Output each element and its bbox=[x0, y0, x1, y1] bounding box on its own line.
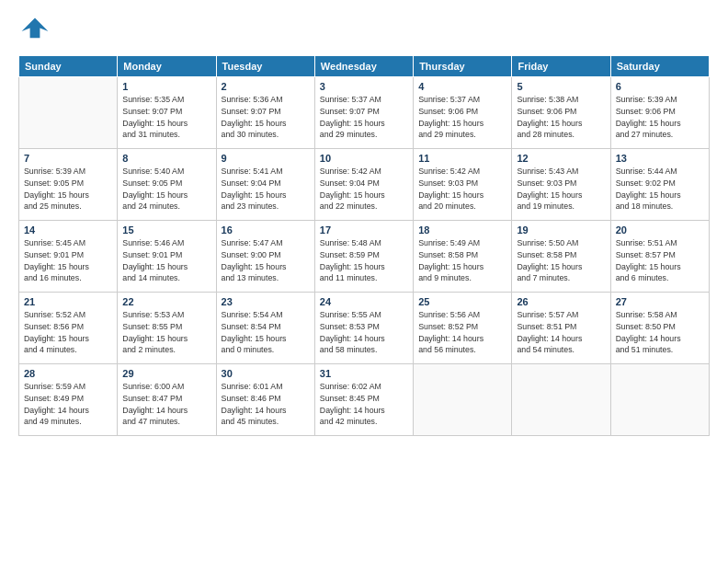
calendar-cell: 24Sunrise: 5:55 AMSunset: 8:53 PMDayligh… bbox=[314, 293, 413, 364]
calendar-week-row: 1Sunrise: 5:35 AMSunset: 9:07 PMDaylight… bbox=[19, 77, 710, 149]
calendar-week-row: 14Sunrise: 5:45 AMSunset: 9:01 PMDayligh… bbox=[19, 221, 710, 293]
day-info: Sunrise: 5:39 AMSunset: 9:05 PMDaylight:… bbox=[24, 166, 112, 213]
calendar-cell: 19Sunrise: 5:50 AMSunset: 8:58 PMDayligh… bbox=[512, 221, 610, 293]
day-info: Sunrise: 5:46 AMSunset: 9:01 PMDaylight:… bbox=[122, 237, 210, 284]
day-info: Sunrise: 6:01 AMSunset: 8:46 PMDaylight:… bbox=[222, 381, 310, 428]
day-info: Sunrise: 5:55 AMSunset: 8:53 PMDaylight:… bbox=[320, 309, 408, 356]
calendar-week-row: 21Sunrise: 5:52 AMSunset: 8:56 PMDayligh… bbox=[19, 293, 710, 364]
day-info: Sunrise: 5:44 AMSunset: 9:02 PMDaylight:… bbox=[616, 166, 704, 213]
calendar-cell: 10Sunrise: 5:42 AMSunset: 9:04 PMDayligh… bbox=[314, 149, 413, 221]
calendar-table: SundayMondayTuesdayWednesdayThursdayFrid… bbox=[18, 55, 710, 436]
day-number: 29 bbox=[122, 368, 210, 379]
day-number: 12 bbox=[517, 153, 605, 164]
day-number: 6 bbox=[616, 81, 704, 92]
calendar-cell: 26Sunrise: 5:57 AMSunset: 8:51 PMDayligh… bbox=[512, 293, 610, 364]
calendar-cell: 22Sunrise: 5:53 AMSunset: 8:55 PMDayligh… bbox=[118, 293, 216, 364]
day-number: 26 bbox=[517, 296, 605, 307]
day-number: 28 bbox=[24, 368, 112, 379]
day-info: Sunrise: 5:38 AMSunset: 9:06 PMDaylight:… bbox=[517, 94, 605, 141]
day-number: 25 bbox=[418, 296, 506, 307]
day-info: Sunrise: 5:52 AMSunset: 8:56 PMDaylight:… bbox=[24, 309, 112, 356]
calendar-cell bbox=[512, 364, 610, 436]
day-number: 15 bbox=[122, 224, 210, 236]
day-info: Sunrise: 5:51 AMSunset: 8:57 PMDaylight:… bbox=[616, 237, 704, 284]
day-number: 10 bbox=[320, 153, 408, 164]
day-number: 27 bbox=[616, 296, 704, 307]
day-info: Sunrise: 5:41 AMSunset: 9:04 PMDaylight:… bbox=[222, 166, 310, 213]
logo-icon bbox=[18, 15, 51, 48]
calendar-cell bbox=[414, 364, 512, 436]
day-info: Sunrise: 5:49 AMSunset: 8:58 PMDaylight:… bbox=[418, 237, 506, 284]
calendar-cell bbox=[19, 77, 118, 149]
day-info: Sunrise: 5:59 AMSunset: 8:49 PMDaylight:… bbox=[24, 381, 112, 428]
calendar-cell: 14Sunrise: 5:45 AMSunset: 9:01 PMDayligh… bbox=[19, 221, 118, 293]
day-number: 17 bbox=[320, 224, 408, 236]
day-number: 4 bbox=[418, 81, 506, 92]
day-info: Sunrise: 5:42 AMSunset: 9:04 PMDaylight:… bbox=[320, 166, 408, 213]
calendar-header-row: SundayMondayTuesdayWednesdayThursdayFrid… bbox=[19, 56, 710, 77]
calendar-cell: 2Sunrise: 5:36 AMSunset: 9:07 PMDaylight… bbox=[216, 77, 314, 149]
day-info: Sunrise: 5:37 AMSunset: 9:07 PMDaylight:… bbox=[320, 94, 408, 141]
calendar-cell: 8Sunrise: 5:40 AMSunset: 9:05 PMDaylight… bbox=[118, 149, 216, 221]
day-info: Sunrise: 5:39 AMSunset: 9:06 PMDaylight:… bbox=[616, 94, 704, 141]
weekday-header: Sunday bbox=[19, 56, 118, 77]
header bbox=[18, 15, 710, 48]
calendar-cell: 17Sunrise: 5:48 AMSunset: 8:59 PMDayligh… bbox=[314, 221, 413, 293]
day-info: Sunrise: 5:43 AMSunset: 9:03 PMDaylight:… bbox=[517, 166, 605, 213]
calendar-cell bbox=[610, 364, 709, 436]
day-number: 11 bbox=[418, 153, 506, 164]
weekday-header: Monday bbox=[118, 56, 216, 77]
calendar-cell: 30Sunrise: 6:01 AMSunset: 8:46 PMDayligh… bbox=[216, 364, 314, 436]
weekday-header: Wednesday bbox=[314, 56, 413, 77]
day-info: Sunrise: 6:00 AMSunset: 8:47 PMDaylight:… bbox=[122, 381, 210, 428]
day-number: 9 bbox=[222, 153, 310, 164]
svg-marker-0 bbox=[22, 18, 49, 39]
day-info: Sunrise: 5:47 AMSunset: 9:00 PMDaylight:… bbox=[222, 237, 310, 284]
day-info: Sunrise: 5:35 AMSunset: 9:07 PMDaylight:… bbox=[122, 94, 210, 141]
day-info: Sunrise: 5:58 AMSunset: 8:50 PMDaylight:… bbox=[616, 309, 704, 356]
day-number: 23 bbox=[222, 296, 310, 307]
weekday-header: Tuesday bbox=[216, 56, 314, 77]
calendar-cell: 31Sunrise: 6:02 AMSunset: 8:45 PMDayligh… bbox=[314, 364, 413, 436]
day-info: Sunrise: 5:50 AMSunset: 8:58 PMDaylight:… bbox=[517, 237, 605, 284]
calendar-cell: 28Sunrise: 5:59 AMSunset: 8:49 PMDayligh… bbox=[19, 364, 118, 436]
day-info: Sunrise: 5:37 AMSunset: 9:06 PMDaylight:… bbox=[418, 94, 506, 141]
weekday-header: Friday bbox=[512, 56, 610, 77]
calendar-cell: 13Sunrise: 5:44 AMSunset: 9:02 PMDayligh… bbox=[610, 149, 709, 221]
calendar-cell: 16Sunrise: 5:47 AMSunset: 9:00 PMDayligh… bbox=[216, 221, 314, 293]
calendar-cell: 11Sunrise: 5:42 AMSunset: 9:03 PMDayligh… bbox=[414, 149, 512, 221]
calendar-cell: 6Sunrise: 5:39 AMSunset: 9:06 PMDaylight… bbox=[610, 77, 709, 149]
calendar-week-row: 7Sunrise: 5:39 AMSunset: 9:05 PMDaylight… bbox=[19, 149, 710, 221]
day-number: 24 bbox=[320, 296, 408, 307]
day-number: 1 bbox=[122, 81, 210, 92]
calendar-cell: 12Sunrise: 5:43 AMSunset: 9:03 PMDayligh… bbox=[512, 149, 610, 221]
day-info: Sunrise: 5:57 AMSunset: 8:51 PMDaylight:… bbox=[517, 309, 605, 356]
calendar-cell: 23Sunrise: 5:54 AMSunset: 8:54 PMDayligh… bbox=[216, 293, 314, 364]
day-info: Sunrise: 5:56 AMSunset: 8:52 PMDaylight:… bbox=[418, 309, 506, 356]
day-info: Sunrise: 5:54 AMSunset: 8:54 PMDaylight:… bbox=[222, 309, 310, 356]
day-number: 21 bbox=[24, 296, 112, 307]
day-number: 3 bbox=[320, 81, 408, 92]
calendar-cell: 27Sunrise: 5:58 AMSunset: 8:50 PMDayligh… bbox=[610, 293, 709, 364]
day-number: 13 bbox=[616, 153, 704, 164]
calendar-cell: 25Sunrise: 5:56 AMSunset: 8:52 PMDayligh… bbox=[414, 293, 512, 364]
day-info: Sunrise: 5:42 AMSunset: 9:03 PMDaylight:… bbox=[418, 166, 506, 213]
day-number: 8 bbox=[122, 153, 210, 164]
calendar-cell: 1Sunrise: 5:35 AMSunset: 9:07 PMDaylight… bbox=[118, 77, 216, 149]
day-number: 16 bbox=[222, 224, 310, 236]
day-number: 20 bbox=[616, 224, 704, 236]
calendar-cell: 4Sunrise: 5:37 AMSunset: 9:06 PMDaylight… bbox=[414, 77, 512, 149]
calendar-cell: 5Sunrise: 5:38 AMSunset: 9:06 PMDaylight… bbox=[512, 77, 610, 149]
day-number: 18 bbox=[418, 224, 506, 236]
weekday-header: Thursday bbox=[414, 56, 512, 77]
day-info: Sunrise: 5:45 AMSunset: 9:01 PMDaylight:… bbox=[24, 237, 112, 284]
calendar-cell: 9Sunrise: 5:41 AMSunset: 9:04 PMDaylight… bbox=[216, 149, 314, 221]
day-number: 5 bbox=[517, 81, 605, 92]
day-number: 14 bbox=[24, 224, 112, 236]
day-info: Sunrise: 5:40 AMSunset: 9:05 PMDaylight:… bbox=[122, 166, 210, 213]
calendar-week-row: 28Sunrise: 5:59 AMSunset: 8:49 PMDayligh… bbox=[19, 364, 710, 436]
weekday-header: Saturday bbox=[610, 56, 709, 77]
page: SundayMondayTuesdayWednesdayThursdayFrid… bbox=[0, 0, 728, 563]
day-number: 19 bbox=[517, 224, 605, 236]
day-number: 31 bbox=[320, 368, 408, 379]
